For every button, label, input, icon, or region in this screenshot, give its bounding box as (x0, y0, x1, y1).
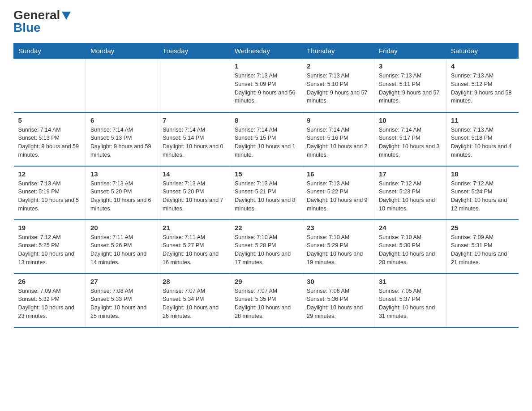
day-number: 7 (163, 116, 225, 124)
day-info: Sunrise: 7:07 AM Sunset: 5:34 PM Dayligh… (163, 287, 225, 321)
calendar-week-row: 26Sunrise: 7:09 AM Sunset: 5:32 PM Dayli… (14, 274, 519, 327)
day-number: 5 (18, 116, 82, 124)
col-header-friday: Friday (374, 43, 446, 59)
day-number: 19 (18, 224, 82, 231)
day-info: Sunrise: 7:13 AM Sunset: 5:10 PM Dayligh… (307, 72, 369, 105)
calendar-cell: 27Sunrise: 7:08 AM Sunset: 5:33 PM Dayli… (86, 274, 158, 327)
calendar-cell: 11Sunrise: 7:13 AM Sunset: 5:18 PM Dayli… (446, 112, 519, 166)
calendar-cell: 4Sunrise: 7:13 AM Sunset: 5:12 PM Daylig… (446, 59, 519, 112)
calendar-header-row: SundayMondayTuesdayWednesdayThursdayFrid… (14, 43, 519, 59)
day-info: Sunrise: 7:13 AM Sunset: 5:20 PM Dayligh… (163, 180, 225, 213)
day-number: 2 (307, 62, 369, 70)
calendar-cell: 29Sunrise: 7:07 AM Sunset: 5:35 PM Dayli… (230, 274, 302, 327)
calendar-cell: 19Sunrise: 7:12 AM Sunset: 5:25 PM Dayli… (14, 220, 86, 274)
day-number: 16 (307, 170, 369, 178)
calendar-cell: 8Sunrise: 7:14 AM Sunset: 5:15 PM Daylig… (230, 112, 302, 166)
day-number: 11 (451, 116, 514, 124)
day-number: 9 (307, 116, 369, 124)
calendar-cell: 15Sunrise: 7:13 AM Sunset: 5:21 PM Dayli… (230, 166, 302, 220)
calendar-cell (86, 59, 158, 112)
day-number: 20 (90, 224, 153, 231)
calendar-cell (158, 59, 230, 112)
calendar-cell: 18Sunrise: 7:12 AM Sunset: 5:24 PM Dayli… (446, 166, 519, 220)
calendar-cell: 5Sunrise: 7:14 AM Sunset: 5:13 PM Daylig… (14, 112, 86, 166)
day-info: Sunrise: 7:12 AM Sunset: 5:25 PM Dayligh… (18, 233, 82, 267)
calendar-week-row: 1Sunrise: 7:13 AM Sunset: 5:09 PM Daylig… (14, 59, 519, 112)
calendar-cell: 20Sunrise: 7:11 AM Sunset: 5:26 PM Dayli… (86, 220, 158, 274)
day-number: 4 (451, 62, 514, 70)
day-info: Sunrise: 7:09 AM Sunset: 5:31 PM Dayligh… (451, 233, 514, 267)
day-info: Sunrise: 7:12 AM Sunset: 5:24 PM Dayligh… (451, 180, 514, 213)
day-info: Sunrise: 7:07 AM Sunset: 5:35 PM Dayligh… (235, 287, 297, 321)
day-info: Sunrise: 7:13 AM Sunset: 5:12 PM Dayligh… (451, 72, 514, 105)
calendar-cell (446, 274, 519, 327)
calendar-cell (14, 59, 86, 112)
calendar-cell: 13Sunrise: 7:13 AM Sunset: 5:20 PM Dayli… (86, 166, 158, 220)
calendar-cell: 21Sunrise: 7:11 AM Sunset: 5:27 PM Dayli… (158, 220, 230, 274)
day-number: 26 (18, 278, 82, 285)
day-number: 14 (163, 170, 225, 178)
day-number: 6 (90, 116, 153, 124)
day-number: 15 (235, 170, 297, 178)
calendar-cell: 23Sunrise: 7:10 AM Sunset: 5:29 PM Dayli… (302, 220, 374, 274)
calendar-cell: 7Sunrise: 7:14 AM Sunset: 5:14 PM Daylig… (158, 112, 230, 166)
day-info: Sunrise: 7:10 AM Sunset: 5:29 PM Dayligh… (307, 233, 369, 267)
calendar-week-row: 12Sunrise: 7:13 AM Sunset: 5:19 PM Dayli… (14, 166, 519, 220)
calendar-cell: 17Sunrise: 7:12 AM Sunset: 5:23 PM Dayli… (374, 166, 446, 220)
day-number: 1 (235, 62, 297, 70)
calendar-week-row: 19Sunrise: 7:12 AM Sunset: 5:25 PM Dayli… (14, 220, 519, 274)
day-info: Sunrise: 7:14 AM Sunset: 5:15 PM Dayligh… (235, 126, 297, 159)
calendar-week-row: 5Sunrise: 7:14 AM Sunset: 5:13 PM Daylig… (14, 112, 519, 166)
col-header-thursday: Thursday (302, 43, 374, 59)
calendar-cell: 9Sunrise: 7:14 AM Sunset: 5:16 PM Daylig… (302, 112, 374, 166)
day-info: Sunrise: 7:13 AM Sunset: 5:18 PM Dayligh… (451, 126, 514, 159)
day-info: Sunrise: 7:09 AM Sunset: 5:32 PM Dayligh… (18, 287, 82, 321)
day-number: 28 (163, 278, 225, 285)
day-info: Sunrise: 7:08 AM Sunset: 5:33 PM Dayligh… (90, 287, 153, 321)
calendar-cell: 22Sunrise: 7:10 AM Sunset: 5:28 PM Dayli… (230, 220, 302, 274)
day-info: Sunrise: 7:14 AM Sunset: 5:13 PM Dayligh… (90, 126, 153, 159)
calendar-cell: 3Sunrise: 7:13 AM Sunset: 5:11 PM Daylig… (374, 59, 446, 112)
col-header-wednesday: Wednesday (230, 43, 302, 59)
calendar-cell: 28Sunrise: 7:07 AM Sunset: 5:34 PM Dayli… (158, 274, 230, 327)
col-header-monday: Monday (86, 43, 158, 59)
calendar-cell: 6Sunrise: 7:14 AM Sunset: 5:13 PM Daylig… (86, 112, 158, 166)
day-info: Sunrise: 7:13 AM Sunset: 5:22 PM Dayligh… (307, 180, 369, 213)
day-number: 17 (379, 170, 442, 178)
day-info: Sunrise: 7:10 AM Sunset: 5:28 PM Dayligh… (235, 233, 297, 267)
day-info: Sunrise: 7:13 AM Sunset: 5:21 PM Dayligh… (235, 180, 297, 213)
calendar-cell: 2Sunrise: 7:13 AM Sunset: 5:10 PM Daylig… (302, 59, 374, 112)
day-info: Sunrise: 7:14 AM Sunset: 5:13 PM Dayligh… (18, 126, 82, 159)
logo-general: General (13, 9, 60, 21)
day-number: 24 (379, 224, 442, 231)
day-info: Sunrise: 7:13 AM Sunset: 5:09 PM Dayligh… (235, 72, 297, 105)
logo-blue: Blue (13, 21, 71, 34)
logo-triangle-icon (62, 12, 71, 20)
day-info: Sunrise: 7:13 AM Sunset: 5:20 PM Dayligh… (90, 180, 153, 213)
day-info: Sunrise: 7:06 AM Sunset: 5:36 PM Dayligh… (307, 287, 369, 321)
day-info: Sunrise: 7:13 AM Sunset: 5:19 PM Dayligh… (18, 180, 82, 213)
day-info: Sunrise: 7:11 AM Sunset: 5:27 PM Dayligh… (163, 233, 225, 267)
day-number: 25 (451, 224, 514, 231)
day-number: 27 (90, 278, 153, 285)
logo: General Blue (13, 9, 71, 34)
day-number: 29 (235, 278, 297, 285)
day-info: Sunrise: 7:13 AM Sunset: 5:11 PM Dayligh… (379, 72, 442, 105)
day-info: Sunrise: 7:14 AM Sunset: 5:17 PM Dayligh… (379, 126, 442, 159)
day-number: 21 (163, 224, 225, 231)
calendar-table: SundayMondayTuesdayWednesdayThursdayFrid… (13, 43, 519, 328)
day-number: 10 (379, 116, 442, 124)
day-number: 12 (18, 170, 82, 178)
day-info: Sunrise: 7:05 AM Sunset: 5:37 PM Dayligh… (379, 287, 442, 321)
calendar-cell: 12Sunrise: 7:13 AM Sunset: 5:19 PM Dayli… (14, 166, 86, 220)
day-number: 23 (307, 224, 369, 231)
day-number: 31 (379, 278, 442, 285)
day-info: Sunrise: 7:14 AM Sunset: 5:14 PM Dayligh… (163, 126, 225, 159)
col-header-sunday: Sunday (14, 43, 86, 59)
day-info: Sunrise: 7:14 AM Sunset: 5:16 PM Dayligh… (307, 126, 369, 159)
day-info: Sunrise: 7:10 AM Sunset: 5:30 PM Dayligh… (379, 233, 442, 267)
calendar-cell: 16Sunrise: 7:13 AM Sunset: 5:22 PM Dayli… (302, 166, 374, 220)
day-number: 30 (307, 278, 369, 285)
day-number: 8 (235, 116, 297, 124)
calendar-cell: 31Sunrise: 7:05 AM Sunset: 5:37 PM Dayli… (374, 274, 446, 327)
